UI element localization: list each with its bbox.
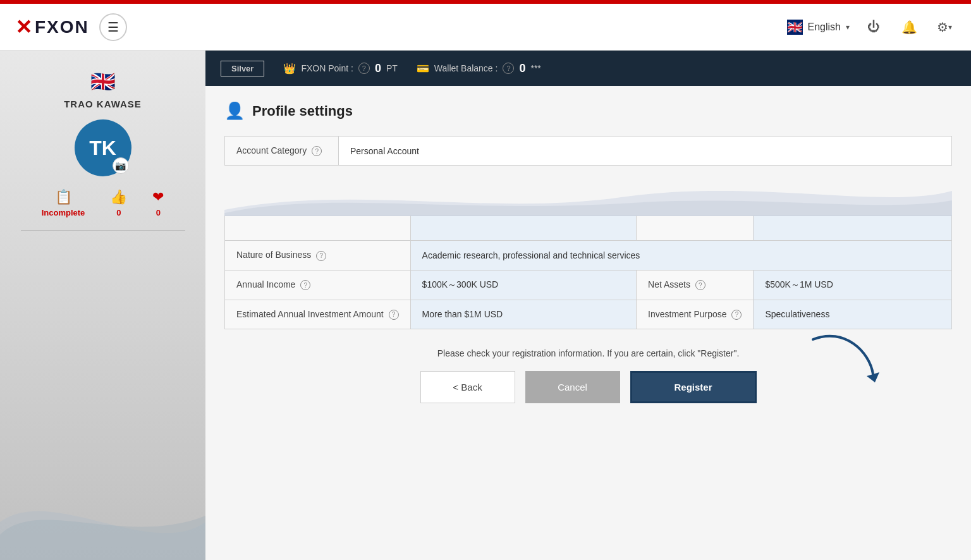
back-button[interactable]: < Back [420,371,515,403]
table-row-account-category: Account Category ? Personal Account [225,137,952,166]
camera-badge[interactable]: 📷 [113,157,129,174]
logo: ✕ FXON [15,15,89,39]
stat-hearts-count: 0 [156,208,161,217]
menu-button[interactable]: ☰ [99,13,127,41]
sidebar-flag-icon: 🇬🇧 [90,70,116,94]
content-topbar: Silver 👑 FXON Point : ? 0 PT 💳 Wallet Ba… [205,51,971,86]
chevron-down-icon: ▾ [846,23,850,32]
fxon-point-help-icon[interactable]: ? [358,63,370,74]
silver-badge-button[interactable]: Silver [221,61,264,76]
fxon-point-unit: PT [386,63,398,73]
button-row: < Back Cancel Register [243,371,933,403]
content-area: Silver 👑 FXON Point : ? 0 PT 💳 Wallet Ba… [205,51,971,560]
main-layout: 🇬🇧 TRAO KAWASE TK 📷 📋 Incomplete 👍 0 ❤ 0 [0,51,971,560]
avatar-initials: TK [89,137,116,160]
crown-icon: 👑 [283,63,296,75]
header-right: English ▾ ⏻ 🔔 ⚙ ▾ [787,16,956,39]
fxon-point-value: 0 [375,62,381,75]
annual-income-value: $100K～300K USD [410,270,636,300]
bell-icon: 🔔 [901,20,917,35]
camera-icon: 📷 [115,161,126,171]
sidebar-username: TRAO KAWASE [64,99,142,109]
language-selector[interactable]: English ▾ [787,20,850,35]
uk-flag-icon [787,20,803,35]
arrow-indicator [807,333,882,386]
back-button-label: < Back [453,382,482,393]
investment-purpose-label: Investment Purpose ? [637,300,754,329]
estimated-investment-help-icon[interactable]: ? [389,310,399,320]
page-title: Profile settings [252,103,353,119]
gear-icon: ⚙ [937,20,948,35]
stat-likes: 👍 0 [110,189,127,217]
power-icon: ⏻ [867,20,880,34]
table-row-annual-income: Annual Income ? $100K～300K USD Net Asset… [225,270,952,300]
table-row-nature-of-business: Nature of Business ? Academic research, … [225,241,952,270]
profile-table: Account Category ? Personal Account [224,136,952,166]
thumbs-up-icon: 👍 [110,189,127,205]
sidebar-stats: 📋 Incomplete 👍 0 ❤ 0 [42,189,164,217]
register-button-label: Register [674,382,712,393]
fxon-point-section: 👑 FXON Point : ? 0 PT [283,62,397,75]
investment-purpose-help-icon[interactable]: ? [731,310,742,320]
logo-area: ✕ FXON ☰ [15,13,127,41]
annual-income-label: Annual Income ? [225,270,411,300]
nature-of-business-value: Academic research, professional and tech… [410,241,951,270]
table-row-empty [225,216,952,241]
nature-of-business-label: Nature of Business ? [225,241,411,270]
wave-table-wrapper: Nature of Business ? Academic research, … [224,178,952,329]
empty-value-1 [410,216,636,241]
person-icon: 👤 [224,101,245,121]
empty-label-1 [225,216,411,241]
lower-table: Nature of Business ? Academic research, … [224,215,952,329]
sidebar: 🇬🇧 TRAO KAWASE TK 📷 📋 Incomplete 👍 0 ❤ 0 [0,51,205,560]
account-category-label: Account Category ? [225,137,339,166]
stat-incomplete-label: Incomplete [42,208,85,217]
heart-icon: ❤ [152,189,164,205]
clipboard-icon: 📋 [55,189,72,205]
estimated-investment-value: More than $1M USD [410,300,636,329]
nature-business-help-icon[interactable]: ? [316,251,326,261]
empty-value-2 [754,216,952,241]
empty-label-2 [637,216,754,241]
power-button[interactable]: ⏻ [862,16,885,39]
investment-purpose-value: Speculativeness [754,300,952,329]
hamburger-icon: ☰ [107,20,119,35]
stat-incomplete: 📋 Incomplete [42,189,85,217]
wallet-icon: 💳 [417,63,429,75]
page-header: 👤 Profile settings [224,101,952,121]
stat-likes-count: 0 [116,208,121,217]
page-content: 👤 Profile settings Account Category ? Pe… [205,86,971,560]
account-category-value: Personal Account [339,137,952,166]
bell-button[interactable]: 🔔 [898,16,920,39]
wallet-help-icon[interactable]: ? [503,63,514,74]
annual-income-help-icon[interactable]: ? [300,280,310,290]
net-assets-value: $500K～1M USD [754,270,952,300]
net-assets-label: Net Assets ? [637,270,754,300]
logo-x-icon: ✕ [15,15,34,39]
arrow-svg [807,333,882,384]
logo-text: FXON [35,17,89,37]
account-category-help-icon[interactable]: ? [312,146,322,156]
cancel-button-label: Cancel [558,382,587,393]
estimated-investment-label: Estimated Annual Investment Amount ? [225,300,411,329]
fxon-point-label: FXON Point : [301,63,353,73]
table-row-investment: Estimated Annual Investment Amount ? Mor… [225,300,952,329]
wallet-balance-section: 💳 Wallet Balance : ? 0 *** [417,62,541,75]
language-label: English [808,21,841,33]
settings-button[interactable]: ⚙ ▾ [933,16,956,39]
stat-hearts: ❤ 0 [152,189,164,217]
settings-chevron-icon: ▾ [948,23,952,32]
wallet-balance-value: 0 [519,62,525,75]
wallet-balance-label: Wallet Balance : [434,63,498,73]
content-wave-svg [224,178,952,216]
cancel-button[interactable]: Cancel [525,371,620,403]
register-button[interactable]: Register [630,371,757,403]
silver-label: Silver [231,64,253,73]
sidebar-wave [0,484,205,560]
header: ✕ FXON ☰ English ▾ ⏻ 🔔 ⚙ ▾ [0,4,971,51]
wallet-balance-unit: *** [530,63,540,73]
sidebar-divider [21,230,185,231]
footer-area: Please check your registration informati… [224,336,952,416]
net-assets-help-icon[interactable]: ? [695,280,705,290]
avatar: TK 📷 [75,119,131,176]
